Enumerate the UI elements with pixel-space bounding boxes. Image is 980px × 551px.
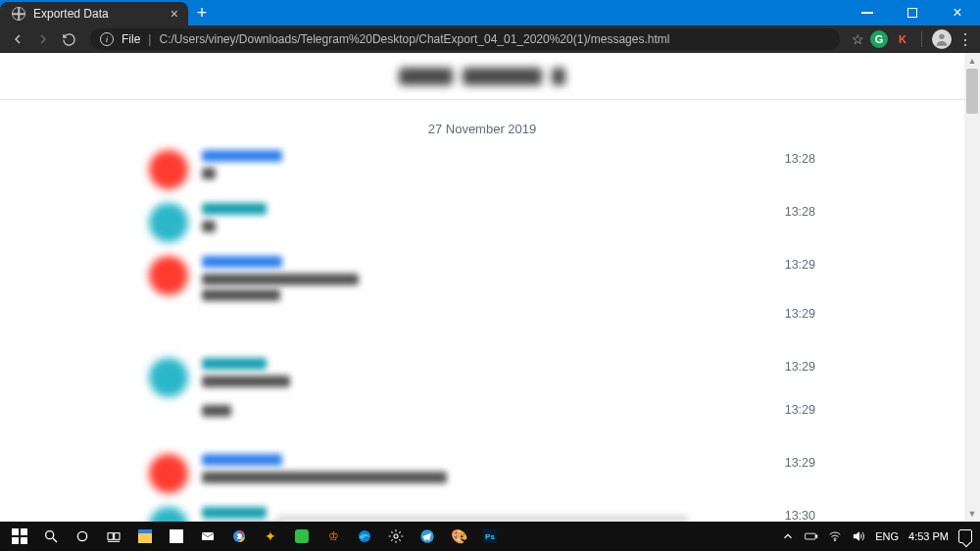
action-center-icon[interactable] (958, 529, 972, 543)
scroll-up-icon[interactable]: ▲ (964, 53, 980, 69)
edge-icon[interactable] (349, 522, 380, 551)
message-row: 13:29 (149, 454, 815, 493)
sender-name-blurred (202, 203, 267, 215)
message-text-blurred (202, 376, 290, 387)
tray-clock[interactable]: 4:53 PM (908, 530, 949, 542)
avatar (149, 203, 188, 242)
svg-point-5 (46, 531, 54, 539)
avatar (149, 401, 188, 440)
profile-avatar-icon[interactable] (932, 29, 952, 49)
message-row: 13:29 (149, 305, 815, 344)
app-icon-3[interactable]: ♔ (318, 522, 349, 551)
scroll-thumb[interactable] (966, 69, 978, 114)
reload-button[interactable] (59, 29, 78, 49)
start-button[interactable] (4, 522, 35, 551)
message-body (202, 150, 815, 179)
message-list: 13:2813:2813:2913:2913:2913:2913:2913:30… (149, 150, 815, 551)
message-body (202, 203, 815, 232)
page-viewport: 27 November 2019 13:2813:2813:2913:2913:… (0, 53, 980, 522)
chrome-icon[interactable] (223, 522, 255, 551)
message-row: 13:28 (149, 203, 815, 242)
sender-name-blurred (202, 150, 282, 162)
message-text-blurred (202, 274, 359, 285)
browser-menu-icon[interactable]: ⋮ (957, 30, 972, 49)
window-maximize-button[interactable] (890, 0, 935, 25)
scroll-down-icon[interactable]: ▼ (964, 506, 980, 522)
message-time: 13:29 (785, 456, 815, 470)
message-text-blurred (202, 221, 216, 232)
system-tray: ENG 4:53 PM (781, 529, 976, 543)
message-row: 13:29 (149, 256, 815, 301)
forward-button[interactable] (33, 29, 53, 49)
svg-point-7 (77, 531, 86, 540)
message-time: 13:29 (785, 360, 815, 374)
avatar (149, 150, 188, 189)
chat-header (0, 53, 964, 100)
telegram-icon[interactable] (412, 522, 443, 551)
settings-icon[interactable] (380, 522, 412, 551)
cortana-icon[interactable] (67, 522, 98, 551)
message-body (202, 256, 815, 301)
message-time: 13:29 (785, 307, 815, 321)
svg-point-15 (394, 534, 398, 538)
browser-tab[interactable]: Exported Data × (0, 2, 188, 25)
svg-point-0 (939, 34, 944, 39)
avatar (149, 358, 188, 397)
file-explorer-icon[interactable] (129, 522, 161, 551)
back-button[interactable] (8, 29, 27, 49)
avatar (149, 305, 188, 344)
paint-icon[interactable]: 🎨 (443, 522, 474, 551)
chat-title-blurred (399, 68, 565, 85)
address-bar[interactable]: i File | C:/Users/viney/Downloads/Telegr… (90, 28, 840, 50)
extension-k-icon[interactable]: K (894, 30, 911, 48)
app-icon-2[interactable] (286, 522, 318, 551)
svg-rect-9 (115, 533, 120, 540)
message-body (202, 358, 815, 387)
message-text-blurred (202, 168, 216, 179)
message-row: 13:29 (149, 401, 815, 440)
message-text-blurred (202, 405, 231, 417)
window-close-button[interactable]: × (935, 0, 980, 25)
message-text-blurred (202, 289, 280, 301)
store-icon[interactable] (161, 522, 192, 551)
new-tab-button[interactable]: + (188, 0, 216, 25)
svg-rect-2 (21, 528, 27, 535)
avatar (149, 256, 188, 295)
message-time: 13:28 (785, 205, 815, 219)
tray-chevron-icon[interactable] (781, 529, 795, 543)
search-icon[interactable] (35, 522, 67, 551)
svg-rect-3 (12, 537, 19, 544)
svg-rect-17 (806, 533, 815, 539)
date-separator: 27 November 2019 (0, 122, 964, 136)
app-icon-1[interactable]: ✦ (255, 522, 286, 551)
message-body (202, 454, 815, 483)
message-time: 13:29 (785, 258, 815, 272)
site-info-icon[interactable]: i (100, 32, 114, 46)
sender-name-blurred (202, 454, 282, 466)
mail-icon[interactable] (192, 522, 223, 551)
message-text-blurred (202, 472, 447, 483)
globe-icon (12, 7, 25, 21)
photoshop-icon[interactable]: Ps (474, 522, 506, 551)
url-path: C:/Users/viney/Downloads/Telegram%20Desk… (159, 32, 669, 46)
bookmark-star-icon[interactable]: ☆ (852, 31, 864, 47)
scrollbar[interactable]: ▲ ▼ (964, 53, 980, 522)
message-time: 13:30 (785, 509, 815, 523)
battery-icon[interactable] (805, 529, 818, 543)
windows-taskbar: ✦ ♔ 🎨 Ps ENG 4:53 PM (0, 522, 980, 551)
volume-icon[interactable] (852, 529, 865, 543)
sender-name-blurred (202, 256, 282, 268)
svg-line-6 (53, 538, 57, 542)
close-tab-icon[interactable]: × (171, 7, 178, 21)
message-body (202, 401, 815, 417)
window-minimize-button[interactable] (845, 0, 890, 25)
svg-rect-4 (21, 537, 27, 544)
task-view-icon[interactable] (98, 522, 129, 551)
url-scheme: File (122, 32, 140, 46)
svg-rect-18 (816, 535, 817, 537)
extension-grammarly-icon[interactable]: G (870, 30, 888, 48)
wifi-icon[interactable] (828, 529, 842, 543)
svg-rect-1 (12, 528, 19, 535)
tray-language[interactable]: ENG (875, 530, 899, 542)
sender-name-blurred (202, 507, 267, 519)
